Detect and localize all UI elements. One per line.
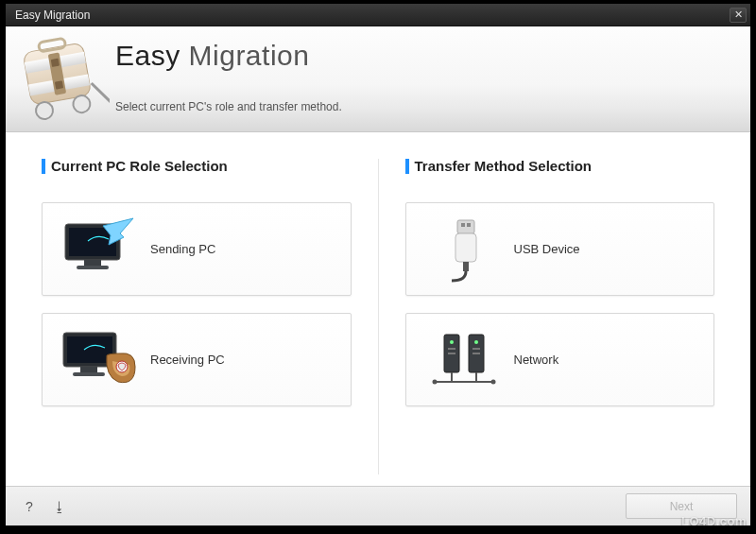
suitcase-icon [8, 30, 110, 134]
app-window: Easy Migration ✕ [5, 3, 751, 526]
svg-rect-31 [472, 353, 480, 354]
titlebar: Easy Migration ✕ [6, 4, 750, 26]
card-label: USB Device [514, 242, 580, 256]
svg-point-36 [490, 379, 495, 384]
help-button[interactable]: ? [19, 496, 40, 517]
usb-device-icon [423, 216, 505, 283]
sending-pc-card[interactable]: Sending PC [42, 202, 352, 296]
svg-line-7 [92, 80, 110, 110]
footer: ? ⭳ Next [6, 486, 750, 525]
network-icon [423, 327, 505, 393]
role-column: Current PC Role Selection Sending PC [42, 159, 379, 474]
header: Easy Migration Select current PC's role … [6, 26, 750, 132]
svg-rect-16 [80, 367, 97, 372]
svg-rect-22 [455, 233, 476, 262]
svg-rect-13 [77, 266, 109, 269]
svg-rect-12 [84, 260, 101, 266]
svg-rect-21 [467, 223, 471, 227]
receiving-pc-icon [60, 327, 141, 393]
card-label: Sending PC [150, 242, 215, 256]
svg-rect-23 [463, 262, 469, 271]
receiving-pc-card[interactable]: Receiving PC [42, 313, 352, 406]
svg-rect-4 [51, 59, 60, 67]
svg-rect-20 [461, 223, 465, 227]
window-title: Easy Migration [15, 9, 730, 22]
network-card[interactable]: Network [405, 313, 715, 406]
svg-rect-19 [457, 220, 474, 233]
svg-rect-30 [472, 348, 480, 350]
app-title: Easy Migration [115, 40, 309, 72]
transfer-section-title: Transfer Method Selection [405, 159, 715, 174]
svg-rect-5 [55, 80, 63, 89]
svg-point-35 [432, 379, 437, 384]
sending-pc-icon [60, 216, 141, 283]
download-button[interactable]: ⭳ [49, 496, 70, 517]
close-icon: ✕ [734, 9, 743, 20]
download-icon: ⭳ [53, 499, 66, 514]
watermark: LO4D.com [681, 514, 747, 528]
usb-device-card[interactable]: USB Device [405, 202, 715, 296]
svg-point-26 [450, 340, 454, 344]
header-subtitle: Select current PC's role and transfer me… [115, 100, 342, 113]
transfer-column: Transfer Method Selection USB Device [379, 159, 715, 474]
card-label: Network [514, 353, 559, 367]
svg-rect-17 [73, 372, 105, 376]
card-label: Receiving PC [150, 353, 225, 367]
svg-rect-15 [67, 336, 112, 363]
role-section-title: Current PC Role Selection [42, 159, 352, 174]
svg-rect-29 [448, 353, 455, 354]
svg-point-27 [474, 340, 478, 344]
content: Current PC Role Selection Sending PC [6, 132, 750, 486]
close-button[interactable]: ✕ [730, 8, 747, 23]
svg-rect-28 [448, 348, 455, 350]
help-icon: ? [26, 499, 33, 514]
